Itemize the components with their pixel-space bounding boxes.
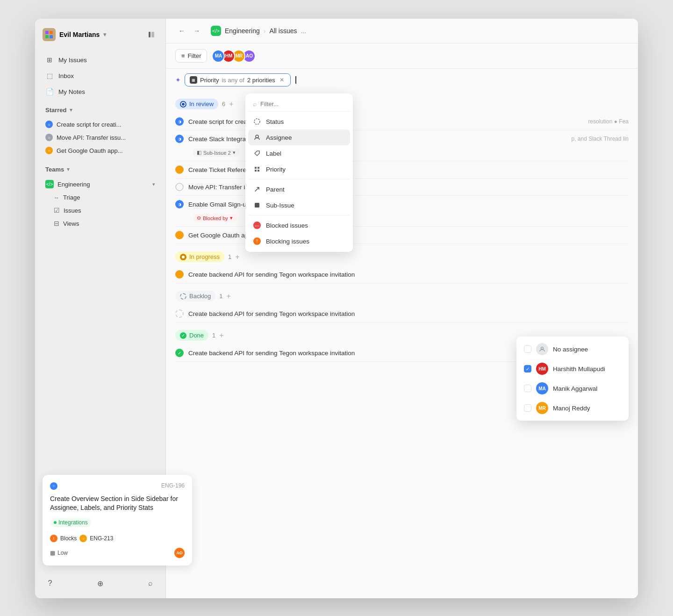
no-assignee-avatar (536, 343, 548, 355)
add-button[interactable]: ⊕ (93, 576, 108, 591)
in-review-add[interactable]: + (229, 100, 233, 108)
harshith-checkbox[interactable]: ✓ (524, 365, 531, 372)
issue-status-icon: ◑ (175, 135, 184, 143)
svg-rect-3 (50, 35, 53, 38)
in-progress-label: In progress (189, 253, 220, 260)
sub-issue-label: Sub-Issue 2 (203, 150, 231, 156)
issue-row[interactable]: Get Google Oauth app approval (175, 227, 629, 244)
starred-section-header[interactable]: Starred ▾ (41, 104, 160, 116)
sidebar-toggle-button[interactable] (145, 28, 158, 41)
blocked-by-button[interactable]: ⊖ Blocked by ▾ (193, 214, 236, 222)
blocks-icon: ! (50, 535, 57, 542)
dropdown-item-parent[interactable]: Parent (248, 181, 350, 197)
sidebar-item-triage[interactable]: ↔ Triage (41, 192, 160, 203)
main-content: ← → </> Engineering › All issues ... ≡ F… (166, 19, 638, 598)
dropdown-item-assignee[interactable]: Assignee (248, 129, 350, 145)
issue-row[interactable]: ◑ Create Slack Integration Documentation… (175, 130, 629, 161)
in-progress-add[interactable]: + (235, 253, 239, 261)
page-title: All issues (269, 27, 297, 35)
svg-rect-10 (255, 167, 257, 169)
svg-marker-9 (255, 151, 259, 156)
filter-search-input[interactable] (260, 100, 345, 107)
avatar-ma[interactable]: MA (212, 50, 225, 63)
teams-section-header[interactable]: Teams ▾ (41, 163, 160, 176)
sidebar-item-issues[interactable]: ☑ Issues (41, 204, 160, 216)
text-cursor (295, 76, 296, 84)
chip-value: 2 priorities (247, 77, 275, 84)
issue-row[interactable]: Create backend API for sending Tegon wor… (175, 266, 629, 283)
issue-row[interactable]: Create Ticket Reference Feature in Slack (175, 161, 629, 179)
issue-status-icon (175, 270, 184, 279)
backlog-add[interactable]: + (226, 292, 230, 301)
back-button[interactable]: ← (175, 24, 188, 37)
dropdown-item-blocking-issues[interactable]: ! Blocking issues (248, 233, 350, 249)
sidebar-item-my-issues[interactable]: ⊞ My Issues (41, 52, 160, 67)
blocking-issues-label: Blocking issues (266, 238, 309, 245)
starred-item-3[interactable]: ○ Get Google Oauth app... (41, 144, 160, 157)
assignee-item-harshith[interactable]: ✓ HM Harshith Mullapudi (519, 359, 626, 379)
filter-button[interactable]: ≡ Filter (175, 49, 207, 63)
status-badge-in-progress[interactable]: In progress (175, 251, 224, 262)
sidebar-item-my-notes[interactable]: 📄 My Notes (41, 84, 160, 99)
status-badge-done[interactable]: ✓ Done (175, 330, 208, 341)
priority-label: Low (57, 550, 68, 556)
assignee-item-no-assignee[interactable]: No assignee (519, 339, 626, 359)
starred-item-2[interactable]: ○ Move API: Transfer issu... (41, 131, 160, 143)
no-assignee-checkbox[interactable] (524, 345, 531, 353)
starred-item-1[interactable]: ○ Create script for creati... (41, 118, 160, 130)
assignee-item-manik[interactable]: MA Manik Aggarwal (519, 379, 626, 398)
dropdown-item-sub-issue[interactable]: Sub-Issue (248, 197, 350, 213)
manik-checkbox[interactable] (524, 385, 531, 392)
in-review-count: 6 (222, 100, 225, 107)
issue-title: Create backend API for sending Tegon wor… (188, 271, 629, 278)
dropdown-item-label[interactable]: Label (248, 145, 350, 161)
views-icon: ⊟ (54, 220, 59, 227)
tooltip-card-header: ○ ENG-196 (50, 482, 185, 490)
filter-chip[interactable]: ▦ Priority is any of 2 priorities ✕ (185, 73, 291, 86)
issue-row[interactable]: ◑ Enable Gmail Sign-up and Sign-in funct… (175, 196, 629, 227)
starred-text-2: Move API: Transfer issu... (57, 134, 126, 141)
assignee-label: Assignee (266, 134, 292, 141)
triage-icon: ↔ (54, 194, 59, 201)
assignee-item-manoj[interactable]: MR Manoj Reddy (519, 398, 626, 418)
issue-row[interactable]: Move API: Transfer issues between team (175, 179, 629, 196)
team-engineering[interactable]: </> Engineering ▾ (41, 178, 160, 191)
search-button[interactable]: ⌕ (143, 576, 158, 591)
help-button[interactable]: ? (43, 576, 57, 591)
filter-bar: ≡ Filter MA HM MR AO (166, 43, 638, 69)
group-header-in-review: In review 6 + (175, 91, 629, 113)
engineering-icon: </> (45, 180, 54, 188)
sidebar-item-views[interactable]: ⊟ Views (41, 217, 160, 229)
tooltip-card-footer: ▦ Low AO (50, 548, 185, 558)
dropdown-item-blocked-issues[interactable]: — Blocked issues (248, 217, 350, 233)
forward-button[interactable]: → (190, 24, 203, 37)
sidebar-item-inbox[interactable]: ⬚ Inbox (41, 68, 160, 83)
dropdown-item-status[interactable]: Status (248, 114, 350, 129)
priority-icon: ▦ (50, 550, 55, 556)
chip-close-button[interactable]: ✕ (278, 76, 286, 84)
done-icon: ✓ (180, 332, 186, 339)
dropdown-divider (248, 179, 350, 179)
status-badge-in-review[interactable]: In review (175, 99, 218, 109)
card-avatar: AO (174, 548, 185, 558)
manik-avatar: MA (536, 382, 548, 394)
target-icon: ○ (79, 535, 87, 542)
status-badge-backlog[interactable]: Backlog (175, 291, 215, 301)
svg-rect-0 (45, 31, 49, 34)
dropdown-item-priority[interactable]: Priority (248, 161, 350, 177)
backlog-icon (180, 293, 186, 300)
done-add[interactable]: + (219, 331, 223, 340)
workspace-name[interactable]: Evil Martians ▾ (43, 28, 106, 41)
issues-label: Issues (64, 207, 81, 214)
sub-issue-button[interactable]: ◧ Sub-Issue 2 ▾ (193, 149, 239, 157)
issue-row[interactable]: ◑ Create script for creating user accoun… (175, 113, 629, 130)
dropdown-menu: ⌕ Status Assignee Label (245, 93, 353, 252)
manoj-checkbox[interactable] (524, 404, 531, 412)
grid-icon: ⊞ (45, 56, 54, 64)
issue-row[interactable]: Create backend API for sending Tegon wor… (175, 305, 629, 322)
tooltip-card-blocks: ! Blocks ○ ENG-213 (50, 535, 185, 542)
breadcrumb-more[interactable]: ... (301, 27, 307, 35)
blocked-issues-icon: — (253, 221, 261, 229)
blocking-orange-circle: ! (253, 237, 261, 245)
assignee-icon (253, 133, 261, 142)
